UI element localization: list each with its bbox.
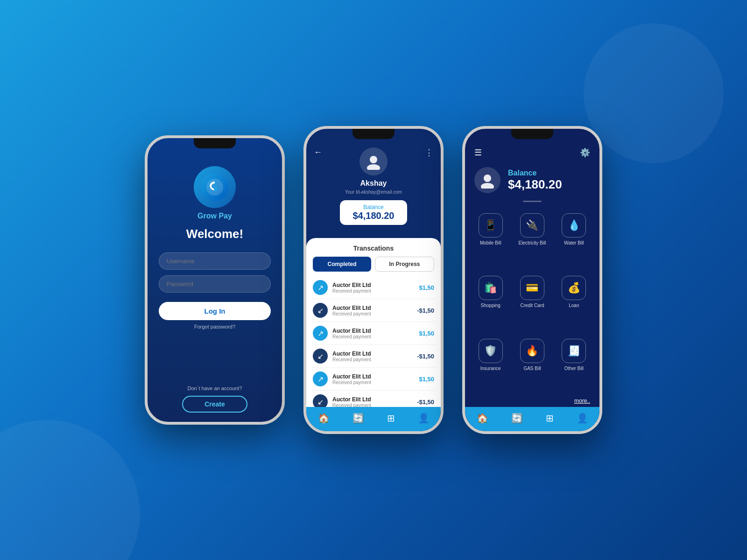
balance-title: Balance — [508, 169, 562, 177]
app-name: Grow Pay — [197, 212, 232, 220]
service-icon: 💰 — [562, 276, 586, 300]
txn-name: Auctor Elit Ltd — [332, 328, 419, 334]
svg-point-2 — [367, 164, 380, 170]
txn-amount: -$1,50 — [417, 399, 434, 406]
txn-direction-icon: ↙ — [313, 394, 328, 407]
transaction-item[interactable]: ↗ Auctor Elit Ltd Received payment $1,50 — [311, 276, 436, 299]
phone-notch-1 — [194, 138, 236, 148]
dash-nav-home-icon[interactable]: 🏠 — [477, 413, 488, 424]
txn-sub: Received payment — [332, 311, 417, 316]
service-icon: 📱 — [479, 213, 503, 238]
nav-history-icon[interactable]: 🔄 — [352, 413, 364, 424]
login-content: Grow Pay Welcome! Log In Forgot password… — [148, 138, 282, 422]
txn-details: Auctor Elit Ltd Received payment — [332, 350, 417, 362]
balance-big-amount: $4,180.20 — [508, 177, 562, 192]
txn-sub: Received payment — [332, 288, 419, 294]
user-avatar — [359, 147, 388, 175]
phone-login: Grow Pay Welcome! Log In Forgot password… — [145, 135, 285, 425]
service-item-loan[interactable]: 💰 Loan — [553, 270, 595, 333]
service-item-water-bill[interactable]: 💧 Water Bill — [553, 208, 595, 270]
txn-sub: Received payment — [332, 403, 417, 407]
more-link[interactable]: more.. — [465, 396, 599, 407]
create-account-button[interactable]: Create — [182, 396, 247, 413]
service-label: Loan — [569, 303, 579, 308]
logo-icon — [201, 173, 229, 201]
txn-details: Auctor Elit Ltd Received payment — [332, 305, 417, 316]
service-label: Insurance — [480, 366, 501, 371]
txn-details: Auctor Elit Ltd Received payment — [332, 396, 417, 407]
nav-grid-icon[interactable]: ⊞ — [387, 413, 395, 424]
service-item-shopping[interactable]: 🛍️ Shopping — [470, 270, 511, 333]
txn-name: Auctor Elit Ltd — [332, 305, 417, 311]
service-item-mobile-bill[interactable]: 📱 Mobile Bill — [470, 208, 511, 270]
phone2-header: ← ⋮ Akshay Your Id-akshay@email.com Bala… — [306, 129, 441, 232]
dashboard-avatar — [474, 167, 500, 193]
transactions-panel: Transcations Completed In Progress ↗ Auc… — [306, 238, 441, 407]
phone-dashboard: ☰ ⚙️ Balance $4,180.20 📱 Mobile Bill 🔌 E… — [462, 126, 602, 434]
user-name: Akshay — [360, 179, 387, 188]
balance-section: Balance $4,180.20 — [465, 162, 599, 201]
txn-name: Auctor Elit Ltd — [332, 350, 417, 357]
service-label: Credit Card — [520, 303, 544, 308]
txn-amount: $1,50 — [419, 376, 434, 383]
transaction-item[interactable]: ↗ Auctor Elit Ltd Received payment $1,50 — [311, 368, 436, 391]
balance-label: Balance — [353, 204, 395, 210]
transaction-item[interactable]: ↙ Auctor Elit Ltd Received payment -$1,5… — [311, 345, 436, 368]
txn-direction-icon: ↗ — [313, 280, 328, 295]
txn-amount: $1,50 — [419, 330, 434, 337]
txn-direction-icon: ↙ — [313, 349, 328, 364]
nav-profile-icon[interactable]: 👤 — [418, 413, 430, 424]
txn-direction-icon: ↙ — [313, 303, 328, 318]
txn-details: Auctor Elit Ltd Received payment — [332, 373, 419, 385]
services-grid: 📱 Mobile Bill 🔌 Electricity Bill 💧 Water… — [465, 208, 599, 396]
service-icon: 💳 — [520, 276, 544, 300]
tab-completed[interactable]: Completed — [313, 257, 371, 272]
username-input[interactable] — [159, 252, 271, 270]
balance-card: Balance $4,180.20 — [340, 200, 408, 225]
transaction-item[interactable]: ↙ Auctor Elit Ltd Received payment -$1,5… — [311, 391, 436, 407]
service-item-electricity-bill[interactable]: 🔌 Electricity Bill — [511, 208, 553, 270]
svg-point-4 — [481, 183, 494, 189]
txn-amount: $1,50 — [419, 284, 434, 291]
settings-icon[interactable]: ⚙️ — [580, 147, 590, 158]
txn-direction-icon: ↗ — [313, 371, 328, 386]
svg-point-3 — [484, 175, 491, 182]
service-icon: 💧 — [562, 213, 586, 238]
service-item-other-bill[interactable]: 🧾 Other Bill — [553, 333, 595, 396]
transaction-list: ↗ Auctor Elit Ltd Received payment $1,50… — [306, 276, 441, 407]
service-label: Other Bill — [564, 366, 584, 371]
dash-nav-grid-icon[interactable]: ⊞ — [546, 413, 554, 424]
txn-sub: Received payment — [332, 334, 419, 339]
back-button[interactable]: ← — [314, 147, 322, 157]
txn-direction-icon: ↗ — [313, 326, 328, 341]
phone-transactions: ← ⋮ Akshay Your Id-akshay@email.com Bala… — [303, 126, 444, 434]
hamburger-menu-icon[interactable]: ☰ — [474, 147, 482, 158]
service-item-credit-card[interactable]: 💳 Credit Card — [511, 270, 553, 333]
bottom-navbar-2: 🏠 🔄 ⊞ 👤 — [306, 407, 441, 431]
txn-name: Auctor Elit Ltd — [332, 282, 419, 288]
phone-notch-3 — [511, 129, 553, 139]
dash-nav-profile-icon[interactable]: 👤 — [577, 413, 588, 424]
service-label: Water Bill — [564, 240, 584, 245]
transaction-item[interactable]: ↙ Auctor Elit Ltd Received payment -$1,5… — [311, 299, 436, 322]
dash-nav-history-icon[interactable]: 🔄 — [511, 413, 523, 424]
service-label: Electricity Bill — [519, 240, 546, 245]
nav-home-icon[interactable]: 🏠 — [318, 413, 330, 424]
txn-name: Auctor Elit Ltd — [332, 373, 419, 380]
forgot-password-link[interactable]: Forgot password? — [194, 324, 235, 329]
menu-dots-button[interactable]: ⋮ — [425, 147, 433, 158]
service-label: Shopping — [481, 303, 500, 308]
bg-decoration-1 — [0, 420, 140, 560]
service-item-gas-bill[interactable]: 🔥 GAS Bill — [511, 333, 553, 396]
phone-notch-2 — [352, 129, 395, 139]
transaction-item[interactable]: ↗ Auctor Elit Ltd Received payment $1,50 — [311, 322, 436, 345]
txn-amount: -$1,50 — [417, 307, 434, 314]
logo-container — [194, 166, 236, 208]
divider — [523, 201, 542, 202]
balance-info: Balance $4,180.20 — [508, 169, 562, 192]
password-input[interactable] — [159, 275, 271, 293]
tab-inprogress[interactable]: In Progress — [375, 257, 434, 272]
service-item-insurance[interactable]: 🛡️ Insurance — [470, 333, 511, 396]
tab-row: Completed In Progress — [306, 257, 441, 276]
login-button[interactable]: Log In — [159, 302, 271, 320]
